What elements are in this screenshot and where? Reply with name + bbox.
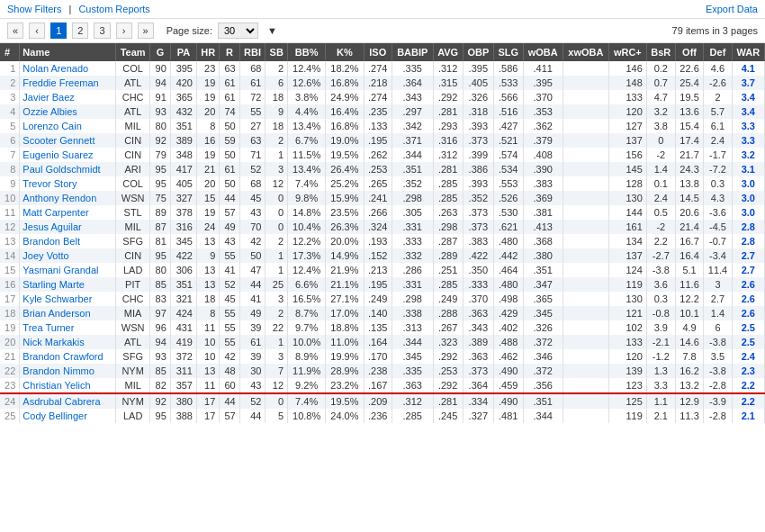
table-body: 1Nolan ArenadoCOL90395236368212.4%18.2%.… — [0, 61, 765, 423]
table-row: 10Anthony RendonWSN7532715444509.8%15.9%… — [0, 191, 765, 205]
col-rank[interactable]: # — [0, 43, 20, 61]
table-row: 13Brandon BeltSFG81345134342212.2%20.0%.… — [0, 234, 765, 248]
items-info: 79 items in 3 pages — [672, 25, 758, 36]
page-size-label: Page size: — [166, 25, 212, 36]
col-r[interactable]: R — [220, 43, 239, 61]
next-page-button[interactable]: › — [116, 23, 132, 39]
player-name-link[interactable]: Cody Bellinger — [22, 410, 87, 421]
show-filters-link[interactable]: Show Filters — [7, 4, 62, 14]
player-name-link[interactable]: Ozzie Albies — [22, 106, 77, 117]
player-name-link[interactable]: Nolan Arenado — [22, 63, 88, 74]
player-name-link[interactable]: Brandon Crawford — [22, 351, 103, 362]
player-name-link[interactable]: Freddie Freeman — [22, 77, 98, 88]
table-container: # Name Team G PA HR R RBI SB BB% K% ISO … — [0, 43, 765, 423]
player-name-link[interactable]: Paul Goldschmidt — [22, 164, 100, 175]
table-row: 20Nick MarkakisATL94419105561110.0%11.0%… — [0, 335, 765, 349]
player-name-link[interactable]: Yasmani Grandal — [22, 265, 98, 275]
prev-page-button[interactable]: ‹ — [29, 23, 45, 39]
table-row: 5Lorenzo CainMIL80351850271813.4%16.8%.1… — [0, 119, 765, 133]
player-name-link[interactable]: Matt Carpenter — [22, 207, 88, 218]
col-name[interactable]: Name — [20, 43, 115, 61]
col-off[interactable]: Off — [675, 43, 703, 61]
col-iso[interactable]: ISO — [364, 43, 392, 61]
table-row: 9Trevor StoryCOL95405205068127.4%25.2%.2… — [0, 176, 765, 191]
table-row: 3Javier BaezCHC91365196172183.8%24.9%.27… — [0, 90, 765, 104]
col-woba[interactable]: wOBA — [523, 43, 562, 61]
player-name-link[interactable]: Jesus Aguilar — [22, 221, 81, 232]
table-row: 12Jesus AguilarMIL87316244970010.4%26.3%… — [0, 220, 765, 234]
page-2-button[interactable]: 2 — [72, 23, 88, 39]
player-name-link[interactable]: Brandon Belt — [22, 236, 80, 247]
player-name-link[interactable]: Nick Markakis — [22, 337, 84, 347]
col-sb[interactable]: SB — [266, 43, 288, 61]
top-bar: Show Filters | Custom Reports Export Dat… — [0, 0, 765, 19]
player-name-link[interactable]: Javier Baez — [22, 92, 74, 103]
table-row: 16Starling MartePIT85351135244256.6%21.1… — [0, 277, 765, 292]
table-row: 18Brian AndersonMIA974248554928.7%17.0%.… — [0, 306, 765, 320]
table-row: 24Asdrubal CabreraNYM9238017445207.4%19.… — [0, 393, 765, 409]
player-name-link[interactable]: Anthony Rendon — [22, 193, 96, 203]
table-row: 11Matt CarpenterSTL89378195743014.8%23.5… — [0, 205, 765, 220]
table-row: 4Ozzie AlbiesATL9343220745594.4%16.4%.23… — [0, 104, 765, 119]
table-row: 1Nolan ArenadoCOL90395236368212.4%18.2%.… — [0, 61, 765, 76]
col-slg[interactable]: SLG — [493, 43, 523, 61]
table-row: 17Kyle SchwarberCHC83321184541316.5%27.1… — [0, 292, 765, 306]
col-wrc[interactable]: wRC+ — [608, 43, 646, 61]
table-row: 23Christian YelichMIL82357116043129.2%23… — [0, 378, 765, 393]
last-page-button[interactable]: » — [138, 23, 154, 39]
page-3-button[interactable]: 3 — [94, 23, 110, 39]
page-size-select[interactable]: 30 50 100 — [218, 23, 258, 39]
player-name-link[interactable]: Trea Turner — [22, 322, 74, 333]
col-hr[interactable]: HR — [196, 43, 219, 61]
table-row: 14Joey VottoCIN9542295550117.3%14.9%.152… — [0, 248, 765, 263]
player-name-link[interactable]: Starling Marte — [22, 279, 84, 290]
pagination-bar: « ‹ 1 2 3 › » Page size: 30 50 100 ▼ 79 … — [0, 19, 765, 43]
table-row: 6Scooter GennettCIN9238916596326.7%19.0%… — [0, 133, 765, 148]
player-name-link[interactable]: Trevor Story — [22, 178, 76, 189]
player-name-link[interactable]: Eugenio Suarez — [22, 149, 93, 160]
col-bb[interactable]: BB% — [288, 43, 326, 61]
table-row: 21Brandon CrawfordSFG9337210423938.9%19.… — [0, 349, 765, 364]
stats-table: # Name Team G PA HR R RBI SB BB% K% ISO … — [0, 43, 765, 423]
first-page-button[interactable]: « — [7, 23, 23, 39]
table-row: 2Freddie FreemanATL94420196161612.6%16.8… — [0, 76, 765, 90]
col-rbi[interactable]: RBI — [239, 43, 266, 61]
col-xwoba[interactable]: xwOBA — [562, 43, 608, 61]
col-war[interactable]: WAR — [732, 43, 764, 61]
player-name-link[interactable]: Scooter Gennett — [22, 135, 94, 146]
col-k[interactable]: K% — [326, 43, 364, 61]
table-row: 15Yasmani GrandalLAD80306134147112.4%21.… — [0, 263, 765, 277]
table-row: 22Brandon NimmoNYM85311134830711.9%28.9%… — [0, 364, 765, 378]
col-bsr[interactable]: BsR — [646, 43, 675, 61]
top-bar-links: Show Filters | Custom Reports — [7, 4, 150, 14]
dropdown-icon: ▼ — [267, 25, 277, 36]
player-name-link[interactable]: Brandon Nimmo — [22, 365, 94, 376]
col-pa[interactable]: PA — [170, 43, 196, 61]
table-row: 25Cody BellingerLAD95388175744510.8%24.0… — [0, 409, 765, 423]
player-name-link[interactable]: Kyle Schwarber — [22, 293, 92, 304]
table-header-row: # Name Team G PA HR R RBI SB BB% K% ISO … — [0, 43, 765, 61]
col-avg[interactable]: AVG — [433, 43, 463, 61]
col-def[interactable]: Def — [704, 43, 732, 61]
player-name-link[interactable]: Lorenzo Cain — [22, 121, 81, 131]
col-babip[interactable]: BABIP — [392, 43, 433, 61]
page-1-button[interactable]: 1 — [50, 23, 67, 39]
player-name-link[interactable]: Christian Yelich — [22, 380, 90, 391]
table-row: 19Trea TurnerWSN96431115539229.7%18.8%.1… — [0, 320, 765, 335]
player-name-link[interactable]: Joey Votto — [22, 250, 68, 261]
table-row: 8Paul GoldschmidtARI95417216152313.4%26.… — [0, 162, 765, 176]
col-obp[interactable]: OBP — [463, 43, 493, 61]
export-data-link[interactable]: Export Data — [706, 4, 758, 14]
table-row: 7Eugenio SuarezCIN79348195071111.5%19.5%… — [0, 148, 765, 162]
custom-reports-link[interactable]: Custom Reports — [78, 4, 149, 14]
col-team[interactable]: Team — [115, 43, 150, 61]
player-name-link[interactable]: Asdrubal Cabrera — [22, 396, 100, 407]
col-g[interactable]: G — [150, 43, 170, 61]
player-name-link[interactable]: Brian Anderson — [22, 308, 90, 319]
